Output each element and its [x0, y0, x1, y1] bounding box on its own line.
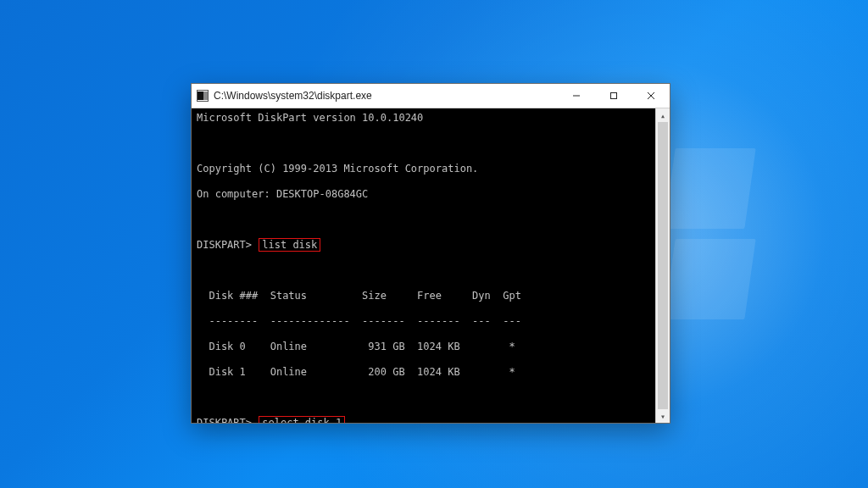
disk-table-row: Disk 1 Online 200 GB 1024 KB * [197, 366, 665, 379]
disk-table-header: Disk ### Status Size Free Dyn Gpt [197, 290, 665, 302]
wallpaper-beam [664, 148, 755, 229]
maximize-button[interactable] [595, 84, 632, 108]
cmd-icon [197, 90, 209, 102]
scroll-thumb[interactable] [658, 122, 668, 409]
disk-table-divider: -------- ------------- ------- ------- -… [197, 315, 665, 328]
vertical-scrollbar[interactable]: ▴ ▾ [655, 108, 670, 423]
wallpaper-beam [664, 239, 755, 319]
close-button[interactable] [632, 84, 670, 108]
prompt-label: DISKPART> [197, 417, 252, 423]
blank-line [197, 137, 665, 150]
computer-line: On computer: DESKTOP-08G84GC [197, 188, 665, 201]
version-line: Microsoft DiskPart version 10.0.10240 [197, 112, 665, 125]
cmd-select-disk-highlight: select disk 1 [259, 416, 345, 423]
svg-rect-1 [611, 93, 617, 99]
scroll-track[interactable] [656, 122, 670, 409]
cmd-list-disk-highlight: list disk [259, 238, 320, 252]
prompt-line-2: DISKPART> select disk 1 [197, 417, 665, 423]
diskpart-window: C:\Windows\system32\diskpart.exe Microso… [191, 83, 670, 424]
prompt-line-1: DISKPART> list disk [197, 239, 665, 252]
blank-line [197, 214, 665, 226]
blank-line [197, 391, 665, 404]
scroll-down-arrow-icon[interactable]: ▾ [656, 409, 670, 423]
titlebar[interactable]: C:\Windows\system32\diskpart.exe [192, 84, 670, 108]
desktop-wallpaper: C:\Windows\system32\diskpart.exe Microso… [0, 0, 868, 488]
disk-table-row: Disk 0 Online 931 GB 1024 KB * [197, 341, 665, 353]
window-title: C:\Windows\system32\diskpart.exe [214, 90, 372, 102]
scroll-up-arrow-icon[interactable]: ▴ [656, 108, 670, 122]
blank-line [197, 264, 665, 277]
prompt-label: DISKPART> [197, 239, 252, 251]
terminal-output[interactable]: Microsoft DiskPart version 10.0.10240 Co… [192, 108, 670, 423]
copyright-line: Copyright (C) 1999-2013 Microsoft Corpor… [197, 163, 665, 175]
minimize-button[interactable] [558, 84, 595, 108]
